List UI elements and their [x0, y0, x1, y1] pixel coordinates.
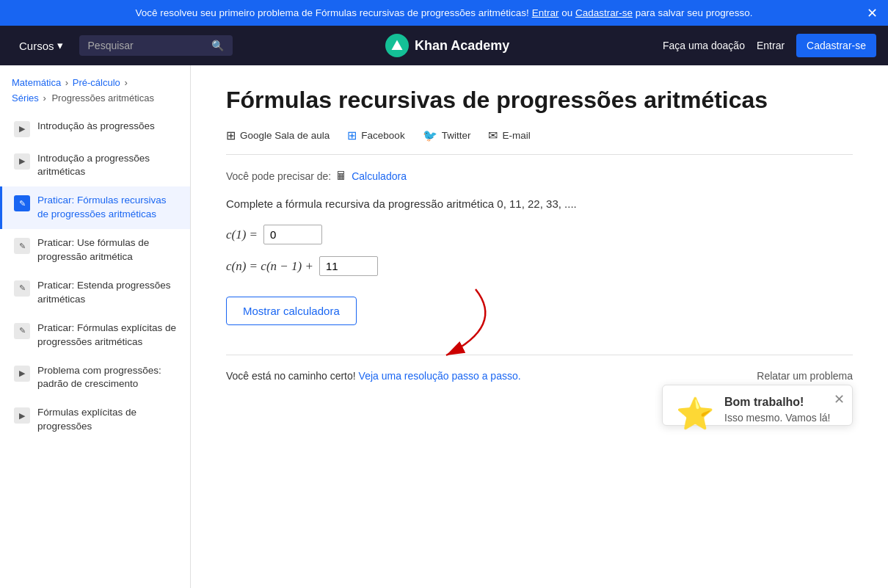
courses-dropdown-button[interactable]: Cursos ▾: [12, 33, 70, 58]
correct-message: Você está no caminho certo! Veja uma res…: [226, 370, 521, 382]
sidebar-item-label: Praticar: Fórmulas explícitas de progres…: [37, 322, 178, 349]
formula1-block: c(1) =: [226, 225, 853, 244]
facebook-label: Facebook: [361, 130, 404, 141]
banner-register-link[interactable]: Cadastrar-se: [575, 7, 633, 18]
register-button[interactable]: Cadastrar-se: [796, 34, 876, 57]
nav-center: Khan Academy: [233, 34, 663, 57]
breadcrumb-precalculo[interactable]: Pré-cálculo: [73, 77, 120, 88]
calculator-text: Você pode precisar de:: [226, 170, 331, 182]
red-arrow: [343, 282, 564, 370]
formula2-block: c(n) = c(n − 1) +: [226, 256, 853, 276]
sidebar-item-intro-aritmeticas[interactable]: ▶ Introdução a progressões aritméticas: [0, 145, 190, 187]
exercise-icon: ✎: [14, 238, 30, 254]
layout: Matemática › Pré-cálculo › Séries › Prog…: [0, 65, 888, 588]
feedback-row: Você está no caminho certo! Veja uma res…: [226, 370, 853, 382]
navbar: Cursos ▾ 🔍 Khan Academy Faça uma doação …: [0, 26, 888, 65]
notification-banner: Você resolveu seu primeiro problema de F…: [0, 0, 888, 26]
breadcrumb-matematica[interactable]: Matemática: [12, 77, 61, 88]
breadcrumb: Matemática › Pré-cálculo › Séries › Prog…: [0, 65, 190, 112]
facebook-icon: ⊞: [347, 128, 357, 142]
sidebar-item-formulas-explicitas[interactable]: ✎ Praticar: Fórmulas explícitas de progr…: [0, 314, 190, 357]
video-icon: ▶: [14, 366, 30, 382]
sidebar-item-label: Praticar: Use fórmulas de progressão ari…: [37, 236, 178, 264]
problem-statement: Complete a fórmula recursiva da progress…: [226, 197, 853, 210]
twitter-label: Twitter: [442, 130, 471, 141]
ka-logo: Khan Academy: [385, 34, 509, 57]
exercise-icon: ✎: [14, 323, 30, 339]
donate-button[interactable]: Faça uma doação: [663, 40, 745, 51]
feedback-area: Você está no caminho certo! Veja uma res…: [226, 370, 853, 382]
calculator-link[interactable]: Calculadora: [352, 170, 407, 182]
nav-right: Faça uma doação Entrar Cadastrar-se: [663, 34, 876, 57]
sidebar: Matemática › Pré-cálculo › Séries › Prog…: [0, 65, 191, 588]
share-email-button[interactable]: ✉ E-mail: [488, 128, 530, 142]
sidebar-item-label: Praticar: Fórmulas recursivas de progres…: [37, 194, 178, 222]
video-icon: ▶: [14, 121, 30, 137]
sidebar-item-formulas-explicitas-video[interactable]: ▶ Fórmulas explícitas de progressões: [0, 399, 190, 441]
twitter-icon: 🐦: [423, 128, 437, 142]
breadcrumb-series[interactable]: Séries: [12, 92, 39, 104]
report-problem-link[interactable]: Relatar um problema: [757, 370, 853, 382]
divider: [226, 355, 853, 355]
banner-after: para salvar seu progresso.: [636, 7, 753, 18]
email-icon: ✉: [488, 128, 498, 142]
ka-icon: [385, 34, 409, 57]
video-icon: ▶: [14, 407, 30, 424]
star-icon: ⭐: [676, 396, 714, 432]
search-input[interactable]: [88, 40, 205, 51]
sidebar-item-label: Praticar: Estenda progressões aritmética…: [37, 279, 178, 307]
video-icon: ▶: [14, 153, 30, 170]
exercise-icon: ✎: [14, 195, 30, 211]
formula2-left: c(n) = c(n − 1) +: [226, 259, 313, 274]
svg-marker-0: [392, 40, 403, 51]
banner-close-button[interactable]: ✕: [867, 5, 878, 21]
share-facebook-button[interactable]: ⊞ Facebook: [347, 128, 404, 142]
exercise-icon: ✎: [14, 280, 30, 297]
formula1-left: c(1) =: [226, 228, 258, 242]
sidebar-item-list: ▶ Introdução às progressões ▶ Introdução…: [0, 112, 190, 441]
courses-label: Cursos: [19, 40, 54, 52]
toast-content: Bom trabalho! Isso mesmo. Vamos lá!: [724, 396, 839, 424]
formula1-input[interactable]: [263, 225, 322, 244]
google-label: Google Sala de aula: [240, 130, 330, 141]
calculator-icon: 🖩: [335, 170, 347, 183]
google-icon: ⊞: [226, 128, 236, 142]
search-bar: 🔍: [79, 35, 233, 56]
banner-text-before: Você resolveu seu primeiro problema de F…: [135, 7, 528, 18]
page-title: Fórmulas recursivas de progressões aritm…: [226, 86, 853, 114]
sidebar-item-praticar-recursivas[interactable]: ✎ Praticar: Fórmulas recursivas de progr…: [0, 186, 190, 229]
breadcrumb-progressoes: Progressões aritméticas: [51, 92, 153, 104]
sidebar-item-intro-progressoes[interactable]: ▶ Introdução às progressões: [0, 112, 190, 145]
sidebar-item-label: Fórmulas explícitas de progressões: [37, 406, 178, 434]
sidebar-item-use-formulas[interactable]: ✎ Praticar: Use fórmulas de progressão a…: [0, 229, 190, 272]
formula2-input[interactable]: [319, 256, 378, 276]
sidebar-item-label: Problema com progressões: padrão de cres…: [37, 364, 178, 392]
success-toast: ⭐ Bom trabalho! Isso mesmo. Vamos lá! ✕: [662, 385, 853, 426]
search-icon: 🔍: [211, 40, 224, 51]
banner-text: Você resolveu seu primeiro problema de F…: [135, 7, 752, 18]
sidebar-item-estenda[interactable]: ✎ Praticar: Estenda progressões aritméti…: [0, 272, 190, 314]
email-label: E-mail: [502, 130, 530, 141]
share-twitter-button[interactable]: 🐦 Twitter: [423, 128, 471, 142]
sidebar-item-problema-progressoes[interactable]: ▶ Problema com progressões: padrão de cr…: [0, 357, 190, 399]
share-google-button[interactable]: ⊞ Google Sala de aula: [226, 128, 330, 142]
nav-left: Cursos ▾ 🔍: [12, 33, 233, 58]
chevron-down-icon: ▾: [57, 39, 63, 52]
sidebar-item-label: Introdução a progressões aritméticas: [37, 152, 178, 180]
calculator-row: Você pode precisar de: 🖩 Calculadora: [226, 170, 853, 183]
correct-text: Você está no caminho certo!: [226, 370, 356, 382]
main-content: Fórmulas recursivas de progressões aritm…: [191, 65, 888, 588]
share-row: ⊞ Google Sala de aula ⊞ Facebook 🐦 Twitt…: [226, 128, 853, 155]
sidebar-item-label: Introdução às progressões: [37, 120, 155, 134]
banner-mid: ou: [561, 7, 575, 18]
logo-text: Khan Academy: [415, 38, 509, 54]
banner-login-link[interactable]: Entrar: [532, 7, 559, 18]
login-button[interactable]: Entrar: [757, 40, 785, 51]
toast-message: Isso mesmo. Vamos lá!: [724, 412, 839, 424]
step-by-step-link[interactable]: Veja uma resolução passo a passo.: [359, 370, 521, 382]
toast-title: Bom trabalho!: [724, 396, 839, 409]
toast-close-button[interactable]: ✕: [834, 391, 845, 407]
show-calculator-button[interactable]: Mostrar calculadora: [226, 297, 357, 325]
